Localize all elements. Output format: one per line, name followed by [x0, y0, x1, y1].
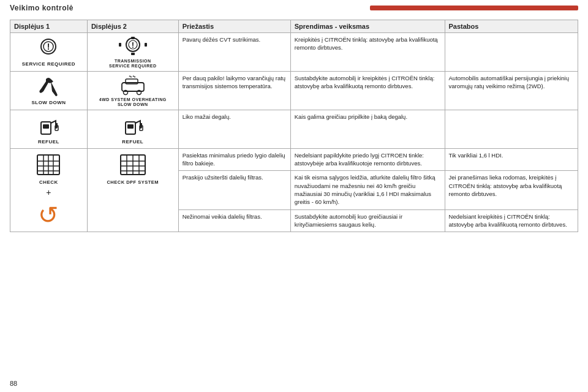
service-required-icon: ! — [35, 38, 62, 60]
pastabos-check-2: Jei pranešimas lieka rodomas, kreipkitės… — [445, 171, 578, 209]
main-content: Displėjus 1 Displėjus 2 Priežastis Spren… — [0, 15, 588, 237]
sprendimas-check-3: Sustabdykite automobilį kuo greičiausiai… — [290, 209, 445, 232]
svg-text:!: ! — [132, 40, 134, 50]
sprendimas-slowdown: Sustabdykite automobilį ir kreipkitės į … — [290, 72, 445, 110]
col-header-d1: Displėjus 1 — [10, 20, 88, 33]
svg-rect-6 — [131, 37, 135, 39]
table-row: SLOW DOWN — [10, 72, 578, 110]
checkdpf-icon — [117, 151, 149, 178]
refuel2-icon — [119, 115, 146, 138]
pastabos-check-1: Tik varikliai 1,6 l HDI. — [445, 149, 578, 171]
slowdown-label: SLOW DOWN — [31, 100, 66, 105]
refuel2-icon-cell: REFUEL — [91, 113, 175, 146]
pastabos-service — [445, 33, 578, 72]
pastabos-refuel — [445, 110, 578, 149]
priezastis-check-3: Nežinomai veikia dalelių filtras. — [178, 209, 290, 232]
transmission-icon: ! — [118, 36, 148, 58]
d2-cell-refuel2: REFUEL — [87, 110, 178, 149]
d2-cell-transmission: ! TRANSMISSIONSERVICE REQUIRED — [87, 33, 178, 72]
citroen-arrow-icon: ↺ — [38, 201, 59, 229]
sprendimas-check-1: Nedelsiant papildykite priedo lygį CITRO… — [290, 149, 445, 171]
citroen-arrow-cell: ↺ — [14, 201, 83, 229]
d2-cell-checkdpf: CHECK DPF SYSTEM — [87, 149, 178, 232]
4wd-label: 4WD SYSTEM OVERHEATINGSLOW DOWN — [99, 97, 167, 107]
page-title: Veikimo kontrolė — [10, 4, 74, 12]
checkdpf-icon-cell: CHECK DPF SYSTEM — [91, 151, 175, 185]
transmission-icon-cell: ! TRANSMISSIONSERVICE REQUIRED — [91, 36, 175, 69]
priezastis-refuel: Liko mažai degalų. — [178, 110, 290, 149]
d2-cell-4wd: 4WD SYSTEM OVERHEATINGSLOW DOWN — [87, 72, 178, 110]
table-row: CHECK + ↺ — [10, 149, 578, 171]
sprendimas-check-2: Kai tik eisma sąlygos leidžia, atlurkite… — [290, 171, 445, 209]
priezastis-check-2: Praskijo užsiteršti dalelių filtras. — [178, 171, 290, 209]
priezastis-slowdown: Per dauq pakilo! laikymo varančiųjų ratų… — [178, 72, 290, 110]
refuel-icon — [35, 115, 62, 138]
pastabos-slowdown: Automobilis automatiškai persijungia į p… — [445, 72, 578, 110]
sprendimas-service: Kreipkitės į CITROËN tinklą: atstovybę a… — [290, 33, 445, 72]
page-number: 88 — [10, 380, 17, 387]
main-table: Displėjus 1 Displėjus 2 Priežastis Spren… — [10, 20, 578, 232]
table-row: REFUEL REFUEL — [10, 110, 578, 149]
d1-cell-refuel: REFUEL — [10, 110, 88, 149]
pastabos-check-3: Nedelsiant kreipkitės į CITROËN tinklą: … — [445, 209, 578, 232]
svg-text:!: ! — [47, 42, 50, 51]
refuel2-label: REFUEL — [122, 139, 143, 145]
slowdown-icon — [35, 77, 62, 99]
check-icon-cell: CHECK — [14, 151, 83, 185]
check-dpf-main-icon — [34, 151, 63, 178]
plus-divider: + — [14, 187, 83, 197]
col-header-s: Sprendimas - veiksmas — [290, 20, 445, 33]
col-header-p: Priežastis — [178, 20, 290, 33]
svg-rect-15 — [43, 124, 49, 129]
d1-cell-service: ! SERVICE REQUIRED — [10, 33, 88, 72]
refuel-icon-cell: REFUEL — [14, 113, 83, 146]
service-required-icon-cell: ! SERVICE REQUIRED — [14, 36, 83, 69]
4wd-icon-cell: 4WD SYSTEM OVERHEATINGSLOW DOWN — [91, 74, 175, 107]
d1-cell-check: CHECK + ↺ — [10, 149, 88, 232]
slowdown-icon-cell: SLOW DOWN — [14, 74, 83, 107]
page-header: Veikimo kontrolė — [0, 0, 588, 15]
svg-rect-8 — [119, 43, 121, 47]
sprendimas-refuel: Kais galima greičiau pripilkite į baką d… — [290, 110, 445, 149]
priezastis-service: Pavarų dėžės CVT sutrikimas. — [178, 33, 290, 72]
red-bar — [370, 6, 578, 10]
col-header-d2: Displėjus 2 — [87, 20, 178, 33]
svg-rect-9 — [145, 43, 147, 47]
svg-rect-7 — [131, 53, 135, 55]
d1-cell-slowdown: SLOW DOWN — [10, 72, 88, 110]
priezastis-check-1: Pasiektas minimalus priedo lygio dalelių… — [178, 149, 290, 171]
svg-rect-18 — [127, 124, 134, 129]
check-label: CHECK — [39, 179, 58, 185]
service-required-label: SERVICE REQUIRED — [22, 61, 75, 67]
col-header-pa: Pastabos — [445, 20, 578, 33]
table-row: ! SERVICE REQUIRED ! — [10, 33, 578, 72]
checkdpf-label: CHECK DPF SYSTEM — [107, 179, 159, 185]
refuel-label: REFUEL — [38, 139, 59, 145]
4wd-icon — [117, 74, 149, 96]
transmission-label: TRANSMISSIONSERVICE REQUIRED — [109, 59, 157, 68]
